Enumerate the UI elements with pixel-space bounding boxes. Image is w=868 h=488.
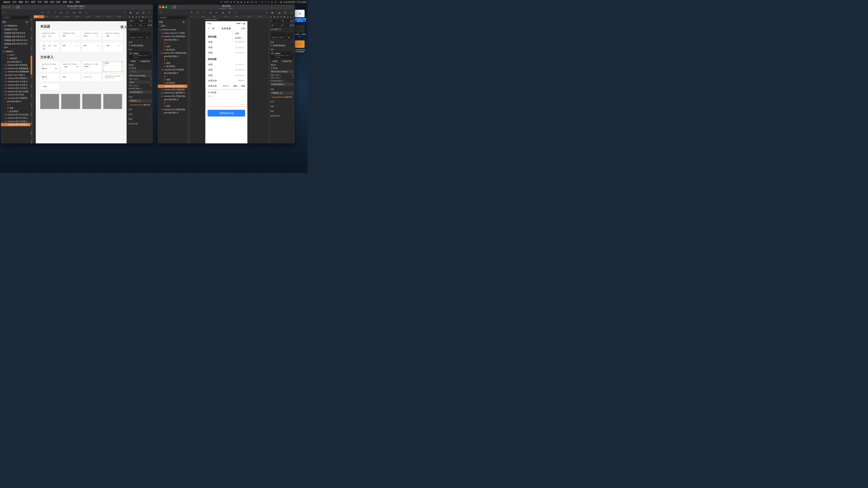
layer-item[interactable]: ▸◈InputItem/录入/数量编辑器 — [1, 70, 31, 73]
layer-item[interactable]: ◆line/细分割线 02 — [158, 98, 187, 101]
sidebar-toggle-icon[interactable]: ☰ — [169, 5, 173, 9]
layer-item[interactable]: 文标题 — [158, 78, 187, 82]
primary-button[interactable]: 主按钮 Normal — [208, 110, 245, 117]
status-icon[interactable]: ≡≡ — [255, 1, 257, 3]
layer-item[interactable]: ▸◈InputItem/录入/文本录入/... — [1, 116, 31, 120]
layer-item[interactable]: 文标题 — [158, 45, 187, 48]
layer-item[interactable]: 文* — [1, 103, 31, 106]
layer-item[interactable]: ▸◈InputItem/录入/选择器录入/... — [158, 91, 187, 95]
align-top-icon[interactable]: ⊓ — [138, 16, 140, 18]
layer-item[interactable]: 文* — [158, 75, 187, 78]
form-row[interactable]: *标题提示性暗文 — [208, 45, 245, 50]
layer-item[interactable]: 文* — [158, 41, 187, 45]
override-select[interactable]: line/细分割线 02⌄ — [270, 83, 293, 86]
symbol-override[interactable]: 计数默认当前文档/InputIte...本录入/上下结构/▸ — [270, 52, 293, 59]
layer-item[interactable]: 文标题 — [158, 61, 187, 65]
layer-item[interactable]: ▾◈InputItem/录入/常规必填备... — [158, 108, 187, 111]
add-tint-icon[interactable]: + — [151, 113, 152, 115]
preview-tool-icon[interactable]: ▶ — [129, 11, 133, 14]
layer-item[interactable]: ▸◈InputItem/录入/录入区间值... — [1, 113, 31, 117]
page-item[interactable]: 页面模版-空页面 — [1, 28, 31, 31]
radio-option[interactable]: 选中 — [223, 85, 229, 87]
insert-tool-icon[interactable]: + — [2, 11, 6, 14]
scale-tool-icon[interactable]: ⤢ — [234, 11, 237, 14]
distribute-v-icon[interactable]: ⫲ — [151, 16, 152, 18]
reset-icon[interactable]: ⟲ — [150, 78, 152, 80]
layer-item[interactable]: ▸◈InputItem/录入/文本录入/... — [1, 87, 31, 90]
override-style-select[interactable]: font-size-heading⌄ — [129, 74, 152, 77]
w-input[interactable] — [271, 24, 276, 26]
override-input[interactable]: 0/100 — [129, 80, 152, 84]
layer-item[interactable]: ▾◈InputItem/录入/常规必填备... — [158, 94, 187, 98]
layer-item[interactable]: ▾◈InputItem/录入/常规必填 — [1, 96, 31, 100]
layer-item[interactable]: ▸◈InputItem/录入/单选/常规 — [158, 88, 187, 91]
add-page-icon[interactable]: + — [26, 21, 28, 23]
status-wifi-icon[interactable]: ᯤ — [268, 1, 270, 3]
rotation-icon[interactable]: ⟲ — [290, 20, 292, 22]
checkbox[interactable]: ☐ — [129, 45, 130, 47]
align-center-v-icon[interactable]: ⊞ — [283, 16, 285, 18]
menu-file[interactable]: 文件 — [12, 1, 17, 3]
layer-search-input[interactable] — [159, 16, 186, 19]
add-icon[interactable]: + — [292, 41, 293, 44]
align-right-icon[interactable]: ⊐ — [135, 16, 137, 18]
view-tool-icon[interactable]: ⊡ — [142, 11, 145, 14]
layer-item[interactable]: 文提示性暗文 — [158, 48, 187, 52]
status-icon[interactable]: ⊞ — [247, 1, 249, 3]
align-left-icon[interactable]: ⊏ — [129, 16, 130, 18]
layer-item[interactable]: 文标题 — [158, 104, 187, 108]
reset-icon[interactable]: ⟲ — [292, 74, 293, 76]
status-record-icon[interactable]: ⟳ — [221, 1, 222, 3]
align-bottom-icon[interactable]: ⊔ — [145, 16, 147, 18]
pencil-tool-icon[interactable]: ✎ — [41, 11, 44, 14]
h-input[interactable] — [281, 24, 285, 26]
status-icon[interactable]: ▤ — [237, 1, 239, 3]
form-row[interactable]: *标题提示性暗文 — [208, 50, 245, 55]
override-style-select[interactable]: font-size-heading⌄ — [270, 70, 293, 73]
layer-item[interactable]: ◆line/细分割线 02 — [158, 71, 187, 75]
titlebar[interactable]: ☰⊞ 演示文稿本地文档 — 已编辑 — [158, 4, 294, 10]
menu-prototype[interactable]: 原型 — [44, 1, 48, 3]
menu-view[interactable]: 视图 — [63, 1, 67, 3]
union-tool-icon[interactable]: ⬗ — [221, 11, 225, 14]
titlebar[interactable]: ☰⊞ Bruno-APP UIKit.s...本地文档 — 已编辑 — [1, 4, 153, 10]
page-item[interactable]: 页面模版-查看大图-无分类 — [1, 35, 31, 38]
nav-action[interactable]: 文本 — [241, 27, 245, 30]
cloud-tool-icon[interactable]: ☁ — [135, 11, 139, 14]
desktop-file[interactable]: ◆n-meaxure-uno.sketchplugin — [293, 40, 306, 53]
add-tint-icon[interactable]: + — [292, 105, 293, 107]
artboard-label[interactable]: iPhone 12 Mini — [205, 19, 217, 21]
forward-tool-icon[interactable]: ⤴ — [203, 11, 206, 14]
page-item[interactable]: APP 通用组件库 — [1, 24, 31, 28]
traffic-lights[interactable] — [2, 6, 10, 8]
iphone-artboard[interactable]: iPhone 12 Mini 9:41●●● ᯤ ▬ ← ✕ 名称名称 文本 选… — [205, 21, 247, 143]
form-row[interactable]: *标题提示性暗文 — [208, 67, 245, 73]
distribute-h-icon[interactable]: ⫴ — [149, 16, 149, 18]
layer-item[interactable]: ◆line/细分割线 01 — [1, 60, 31, 64]
layer-item[interactable]: ▸◈InputItem/录入/文本录入/... — [1, 123, 31, 126]
dropdown-option[interactable]: 选项选二 — [233, 36, 245, 40]
scissors-tool-icon[interactable]: ✂ — [215, 11, 218, 14]
radio-option[interactable]: 选填 — [231, 85, 237, 87]
grid-view-icon[interactable]: ⊞ — [173, 5, 177, 9]
align-center-h-icon[interactable]: ⊟ — [274, 16, 275, 18]
x-input[interactable] — [129, 20, 134, 22]
status-icon[interactable]: ⚙ — [230, 1, 232, 3]
canvas[interactable]: 1,0001,2001,4001,6001,8002,0002,2002,400… — [31, 15, 127, 143]
symbol-override[interactable]: 计数默认当前文档/InputIte...本录入/上下结构/▸ — [129, 52, 152, 59]
detach-button[interactable]: ⧉ 解绑 — [131, 60, 135, 63]
resize-scale[interactable]: 缩放放置 — [272, 32, 278, 39]
layer-item[interactable]: 文* — [158, 101, 187, 105]
status-spotlight-icon[interactable]: ⌕ — [278, 1, 279, 3]
preview-tool-icon[interactable]: ▶ — [271, 11, 274, 14]
page-item[interactable]: 页面模版-查看大图-有分类-白 — [1, 38, 31, 42]
opacity-select[interactable]: 不透明度（正...⌄ — [129, 99, 152, 103]
artboard[interactable]: 单选器 录入卡 InputItem/录入/单选器选项选项 InputItem/录… — [36, 21, 127, 143]
page-item[interactable]: 页面模版-查看大图-无分类-白 — [1, 42, 31, 46]
add-icon[interactable]: + — [151, 41, 152, 44]
resize-fixed[interactable]: 固定尺寸 — [279, 32, 285, 39]
align-center-h-icon[interactable]: ⊟ — [132, 16, 133, 18]
desktop-file[interactable]: 🗜n-meaxure-...k.plugin.zip — [293, 10, 306, 22]
layer-item[interactable]: ▸▣button copy 13备份 2 — [1, 73, 31, 77]
sidebar-toggle-icon[interactable]: ☰ — [13, 5, 16, 9]
